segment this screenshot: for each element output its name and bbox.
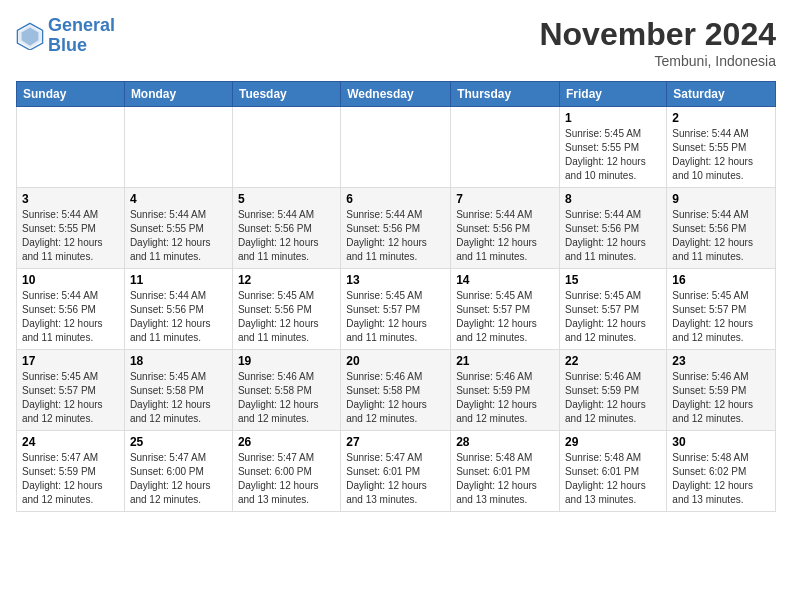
logo-icon	[16, 22, 44, 50]
calendar-table: SundayMondayTuesdayWednesdayThursdayFrid…	[16, 81, 776, 512]
calendar-cell: 25Sunrise: 5:47 AM Sunset: 6:00 PM Dayli…	[124, 431, 232, 512]
weekday-header-saturday: Saturday	[667, 82, 776, 107]
day-info: Sunrise: 5:48 AM Sunset: 6:01 PM Dayligh…	[456, 451, 554, 507]
calendar-cell: 28Sunrise: 5:48 AM Sunset: 6:01 PM Dayli…	[451, 431, 560, 512]
calendar-cell: 19Sunrise: 5:46 AM Sunset: 5:58 PM Dayli…	[232, 350, 340, 431]
logo-text: General Blue	[48, 16, 115, 56]
day-number: 16	[672, 273, 770, 287]
day-number: 18	[130, 354, 227, 368]
day-number: 12	[238, 273, 335, 287]
calendar-cell: 8Sunrise: 5:44 AM Sunset: 5:56 PM Daylig…	[560, 188, 667, 269]
calendar-cell	[451, 107, 560, 188]
calendar-week-row: 17Sunrise: 5:45 AM Sunset: 5:57 PM Dayli…	[17, 350, 776, 431]
calendar-week-row: 3Sunrise: 5:44 AM Sunset: 5:55 PM Daylig…	[17, 188, 776, 269]
calendar-cell	[232, 107, 340, 188]
day-info: Sunrise: 5:44 AM Sunset: 5:56 PM Dayligh…	[346, 208, 445, 264]
day-info: Sunrise: 5:47 AM Sunset: 6:01 PM Dayligh…	[346, 451, 445, 507]
calendar-cell: 4Sunrise: 5:44 AM Sunset: 5:55 PM Daylig…	[124, 188, 232, 269]
day-number: 6	[346, 192, 445, 206]
day-info: Sunrise: 5:44 AM Sunset: 5:56 PM Dayligh…	[130, 289, 227, 345]
calendar-cell: 10Sunrise: 5:44 AM Sunset: 5:56 PM Dayli…	[17, 269, 125, 350]
weekday-header-thursday: Thursday	[451, 82, 560, 107]
calendar-cell: 13Sunrise: 5:45 AM Sunset: 5:57 PM Dayli…	[341, 269, 451, 350]
weekday-header-row: SundayMondayTuesdayWednesdayThursdayFrid…	[17, 82, 776, 107]
day-info: Sunrise: 5:45 AM Sunset: 5:58 PM Dayligh…	[130, 370, 227, 426]
calendar-cell: 2Sunrise: 5:44 AM Sunset: 5:55 PM Daylig…	[667, 107, 776, 188]
day-info: Sunrise: 5:45 AM Sunset: 5:57 PM Dayligh…	[22, 370, 119, 426]
day-number: 28	[456, 435, 554, 449]
day-info: Sunrise: 5:46 AM Sunset: 5:59 PM Dayligh…	[456, 370, 554, 426]
weekday-header-monday: Monday	[124, 82, 232, 107]
day-info: Sunrise: 5:45 AM Sunset: 5:55 PM Dayligh…	[565, 127, 661, 183]
day-number: 15	[565, 273, 661, 287]
calendar-cell: 22Sunrise: 5:46 AM Sunset: 5:59 PM Dayli…	[560, 350, 667, 431]
day-info: Sunrise: 5:44 AM Sunset: 5:56 PM Dayligh…	[565, 208, 661, 264]
location: Tembuni, Indonesia	[539, 53, 776, 69]
calendar-cell: 7Sunrise: 5:44 AM Sunset: 5:56 PM Daylig…	[451, 188, 560, 269]
calendar-cell: 15Sunrise: 5:45 AM Sunset: 5:57 PM Dayli…	[560, 269, 667, 350]
day-number: 30	[672, 435, 770, 449]
calendar-cell: 21Sunrise: 5:46 AM Sunset: 5:59 PM Dayli…	[451, 350, 560, 431]
month-title: November 2024	[539, 16, 776, 53]
day-info: Sunrise: 5:44 AM Sunset: 5:56 PM Dayligh…	[238, 208, 335, 264]
day-number: 23	[672, 354, 770, 368]
day-number: 4	[130, 192, 227, 206]
calendar-cell: 1Sunrise: 5:45 AM Sunset: 5:55 PM Daylig…	[560, 107, 667, 188]
page-header: General Blue November 2024 Tembuni, Indo…	[16, 16, 776, 69]
calendar-cell: 27Sunrise: 5:47 AM Sunset: 6:01 PM Dayli…	[341, 431, 451, 512]
day-info: Sunrise: 5:46 AM Sunset: 5:59 PM Dayligh…	[565, 370, 661, 426]
calendar-week-row: 10Sunrise: 5:44 AM Sunset: 5:56 PM Dayli…	[17, 269, 776, 350]
day-number: 19	[238, 354, 335, 368]
day-info: Sunrise: 5:47 AM Sunset: 6:00 PM Dayligh…	[130, 451, 227, 507]
day-number: 3	[22, 192, 119, 206]
day-info: Sunrise: 5:46 AM Sunset: 5:58 PM Dayligh…	[238, 370, 335, 426]
day-number: 21	[456, 354, 554, 368]
calendar-week-row: 1Sunrise: 5:45 AM Sunset: 5:55 PM Daylig…	[17, 107, 776, 188]
calendar-body: 1Sunrise: 5:45 AM Sunset: 5:55 PM Daylig…	[17, 107, 776, 512]
calendar-cell: 23Sunrise: 5:46 AM Sunset: 5:59 PM Dayli…	[667, 350, 776, 431]
day-info: Sunrise: 5:45 AM Sunset: 5:57 PM Dayligh…	[456, 289, 554, 345]
calendar-cell: 30Sunrise: 5:48 AM Sunset: 6:02 PM Dayli…	[667, 431, 776, 512]
calendar-cell: 17Sunrise: 5:45 AM Sunset: 5:57 PM Dayli…	[17, 350, 125, 431]
calendar-cell: 12Sunrise: 5:45 AM Sunset: 5:56 PM Dayli…	[232, 269, 340, 350]
calendar-cell	[124, 107, 232, 188]
day-info: Sunrise: 5:47 AM Sunset: 5:59 PM Dayligh…	[22, 451, 119, 507]
day-number: 7	[456, 192, 554, 206]
day-number: 11	[130, 273, 227, 287]
calendar-cell: 20Sunrise: 5:46 AM Sunset: 5:58 PM Dayli…	[341, 350, 451, 431]
calendar-cell: 3Sunrise: 5:44 AM Sunset: 5:55 PM Daylig…	[17, 188, 125, 269]
day-number: 9	[672, 192, 770, 206]
calendar-cell: 9Sunrise: 5:44 AM Sunset: 5:56 PM Daylig…	[667, 188, 776, 269]
logo-line2: Blue	[48, 35, 87, 55]
day-info: Sunrise: 5:44 AM Sunset: 5:55 PM Dayligh…	[672, 127, 770, 183]
day-number: 24	[22, 435, 119, 449]
day-info: Sunrise: 5:47 AM Sunset: 6:00 PM Dayligh…	[238, 451, 335, 507]
day-number: 13	[346, 273, 445, 287]
day-info: Sunrise: 5:46 AM Sunset: 5:59 PM Dayligh…	[672, 370, 770, 426]
logo: General Blue	[16, 16, 115, 56]
calendar-cell: 6Sunrise: 5:44 AM Sunset: 5:56 PM Daylig…	[341, 188, 451, 269]
calendar-cell: 5Sunrise: 5:44 AM Sunset: 5:56 PM Daylig…	[232, 188, 340, 269]
day-info: Sunrise: 5:44 AM Sunset: 5:55 PM Dayligh…	[22, 208, 119, 264]
weekday-header-friday: Friday	[560, 82, 667, 107]
calendar-cell: 29Sunrise: 5:48 AM Sunset: 6:01 PM Dayli…	[560, 431, 667, 512]
day-info: Sunrise: 5:46 AM Sunset: 5:58 PM Dayligh…	[346, 370, 445, 426]
day-number: 20	[346, 354, 445, 368]
calendar-week-row: 24Sunrise: 5:47 AM Sunset: 5:59 PM Dayli…	[17, 431, 776, 512]
day-number: 10	[22, 273, 119, 287]
day-number: 25	[130, 435, 227, 449]
day-number: 22	[565, 354, 661, 368]
logo-line1: General	[48, 15, 115, 35]
day-number: 17	[22, 354, 119, 368]
day-number: 1	[565, 111, 661, 125]
calendar-cell: 16Sunrise: 5:45 AM Sunset: 5:57 PM Dayli…	[667, 269, 776, 350]
day-info: Sunrise: 5:45 AM Sunset: 5:57 PM Dayligh…	[346, 289, 445, 345]
calendar-cell: 18Sunrise: 5:45 AM Sunset: 5:58 PM Dayli…	[124, 350, 232, 431]
day-number: 2	[672, 111, 770, 125]
calendar-cell: 24Sunrise: 5:47 AM Sunset: 5:59 PM Dayli…	[17, 431, 125, 512]
day-number: 14	[456, 273, 554, 287]
day-info: Sunrise: 5:48 AM Sunset: 6:01 PM Dayligh…	[565, 451, 661, 507]
weekday-header-tuesday: Tuesday	[232, 82, 340, 107]
day-info: Sunrise: 5:45 AM Sunset: 5:57 PM Dayligh…	[565, 289, 661, 345]
day-number: 8	[565, 192, 661, 206]
